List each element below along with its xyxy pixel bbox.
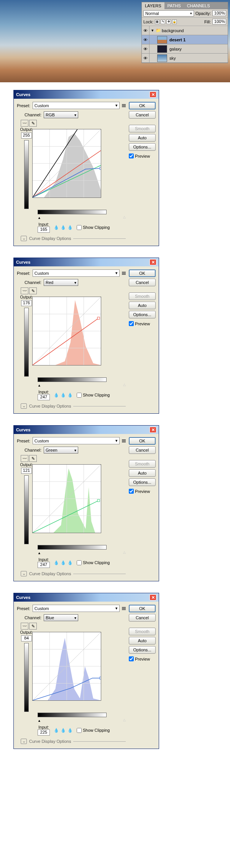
channel-select[interactable]: Green <box>44 447 78 454</box>
cancel-button[interactable]: Cancel <box>129 279 156 286</box>
white-point-slider[interactable]: △ <box>123 215 126 219</box>
expand-display-options-icon[interactable]: ⌄ <box>21 571 27 576</box>
visibility-eye-icon[interactable]: 👁 <box>142 44 150 53</box>
show-clipping-input[interactable] <box>77 728 82 733</box>
lock-transparent-icon[interactable]: ▦ <box>155 20 159 24</box>
options-button[interactable]: Options... <box>129 311 156 318</box>
preset-select[interactable]: Custom <box>33 102 120 109</box>
white-point-slider[interactable]: △ <box>123 383 126 387</box>
ok-button[interactable]: OK <box>129 269 156 277</box>
visibility-eye-icon[interactable]: 👁 <box>142 26 150 35</box>
auto-button[interactable]: Auto <box>129 469 156 477</box>
gray-eyedropper-icon[interactable]: 💧 <box>61 225 66 230</box>
preview-checkbox[interactable]: Preview <box>129 153 156 158</box>
black-point-slider[interactable]: ▲ <box>38 216 41 220</box>
ok-button[interactable]: OK <box>129 102 156 109</box>
ok-button[interactable]: OK <box>129 605 156 612</box>
black-point-slider[interactable]: ▲ <box>38 551 41 555</box>
black-eyedropper-icon[interactable]: 💧 <box>54 225 59 230</box>
preset-select[interactable]: Custom <box>33 437 120 444</box>
curve-tool-icon[interactable]: 〰 <box>21 623 28 630</box>
gray-eyedropper-icon[interactable]: 💧 <box>61 393 66 398</box>
input-value[interactable]: 165 <box>38 227 50 233</box>
lock-move-icon[interactable]: ✥ <box>166 20 171 24</box>
pencil-tool-icon[interactable]: ✎ <box>29 455 37 462</box>
options-button[interactable]: Options... <box>129 646 156 654</box>
preset-menu-icon[interactable] <box>122 439 126 442</box>
visibility-eye-icon[interactable]: 👁 <box>142 35 150 44</box>
options-button[interactable]: Options... <box>129 478 156 486</box>
preset-select[interactable]: Custom <box>33 269 120 277</box>
black-point-slider[interactable]: ▲ <box>38 719 41 723</box>
black-point-slider[interactable]: ▲ <box>38 383 41 387</box>
curves-graph[interactable] <box>32 129 101 198</box>
expand-display-options-icon[interactable]: ⌄ <box>21 403 27 409</box>
gray-eyedropper-icon[interactable]: 💧 <box>61 728 66 733</box>
auto-button[interactable]: Auto <box>129 302 156 309</box>
curves-graph[interactable] <box>32 632 101 701</box>
layer-row-galaxy[interactable]: 👁galaxy <box>142 44 228 54</box>
tab-paths[interactable]: PATHS <box>164 2 184 9</box>
preview-input[interactable] <box>129 656 134 661</box>
preset-menu-icon[interactable] <box>122 104 126 107</box>
preview-checkbox[interactable]: Preview <box>129 489 156 494</box>
preview-input[interactable] <box>129 153 134 158</box>
input-value[interactable]: 225 <box>38 729 50 736</box>
preview-checkbox[interactable]: Preview <box>129 321 156 326</box>
expand-display-options-icon[interactable]: ⌄ <box>21 739 27 744</box>
smooth-button[interactable]: Smooth <box>129 292 156 300</box>
tab-channels[interactable]: CHANNELS <box>184 2 213 9</box>
smooth-button[interactable]: Smooth <box>129 628 156 635</box>
pencil-tool-icon[interactable]: ✎ <box>29 120 37 127</box>
dialog-titlebar[interactable]: Curves✕ <box>14 90 159 99</box>
ok-button[interactable]: OK <box>129 437 156 445</box>
black-eyedropper-icon[interactable]: 💧 <box>54 728 59 733</box>
close-button[interactable]: ✕ <box>150 259 156 265</box>
show-clipping-input[interactable] <box>77 225 82 230</box>
white-eyedropper-icon[interactable]: 💧 <box>67 225 73 230</box>
channel-select[interactable]: Blue <box>44 614 78 621</box>
show-clipping-checkbox[interactable]: Show Clipping <box>77 560 110 565</box>
layer-row-desert-1[interactable]: 👁desert 1 <box>142 35 228 44</box>
preview-input[interactable] <box>129 321 134 326</box>
preset-select[interactable]: Custom <box>33 605 120 612</box>
white-eyedropper-icon[interactable]: 💧 <box>67 728 73 733</box>
auto-button[interactable]: Auto <box>129 134 156 142</box>
show-clipping-input[interactable] <box>77 393 82 398</box>
white-point-slider[interactable]: △ <box>123 550 126 554</box>
output-value[interactable]: 255 <box>21 132 32 139</box>
cancel-button[interactable]: Cancel <box>129 111 156 119</box>
curve-tool-icon[interactable]: 〰 <box>21 120 28 127</box>
channel-select[interactable]: Red <box>44 279 78 286</box>
close-button[interactable]: ✕ <box>150 594 156 600</box>
folder-toggle-icon[interactable]: ▾ <box>150 28 156 33</box>
preset-menu-icon[interactable] <box>122 272 126 275</box>
pencil-tool-icon[interactable]: ✎ <box>29 287 37 294</box>
dialog-titlebar[interactable]: Curves✕ <box>14 426 159 434</box>
cancel-button[interactable]: Cancel <box>129 446 156 454</box>
opacity-input[interactable]: 100% <box>212 10 226 16</box>
pencil-tool-icon[interactable]: ✎ <box>29 623 37 630</box>
white-eyedropper-icon[interactable]: 💧 <box>67 560 73 565</box>
auto-button[interactable]: Auto <box>129 637 156 644</box>
lock-all-icon[interactable]: 🔒 <box>172 20 177 24</box>
curve-tool-icon[interactable]: 〰 <box>21 287 28 294</box>
curves-graph[interactable] <box>32 297 101 365</box>
curves-graph[interactable] <box>32 464 101 533</box>
white-point-slider[interactable]: △ <box>123 718 126 722</box>
tab-layers[interactable]: LAYERS <box>142 2 164 9</box>
black-eyedropper-icon[interactable]: 💧 <box>54 560 59 565</box>
input-value[interactable]: 247 <box>38 394 50 400</box>
channel-select[interactable]: RGB <box>44 111 78 118</box>
white-eyedropper-icon[interactable]: 💧 <box>67 393 73 398</box>
lock-paint-icon[interactable]: ✎ <box>161 20 165 24</box>
output-value[interactable]: 121 <box>21 468 32 474</box>
layer-row-background[interactable]: 👁▾📁background <box>142 26 228 35</box>
dialog-titlebar[interactable]: Curves✕ <box>14 593 159 602</box>
input-value[interactable]: 247 <box>38 562 50 568</box>
show-clipping-checkbox[interactable]: Show Clipping <box>77 225 110 230</box>
preset-menu-icon[interactable] <box>122 607 126 610</box>
smooth-button[interactable]: Smooth <box>129 460 156 468</box>
layer-row-sky[interactable]: 👁sky <box>142 54 228 63</box>
black-eyedropper-icon[interactable]: 💧 <box>54 393 59 398</box>
